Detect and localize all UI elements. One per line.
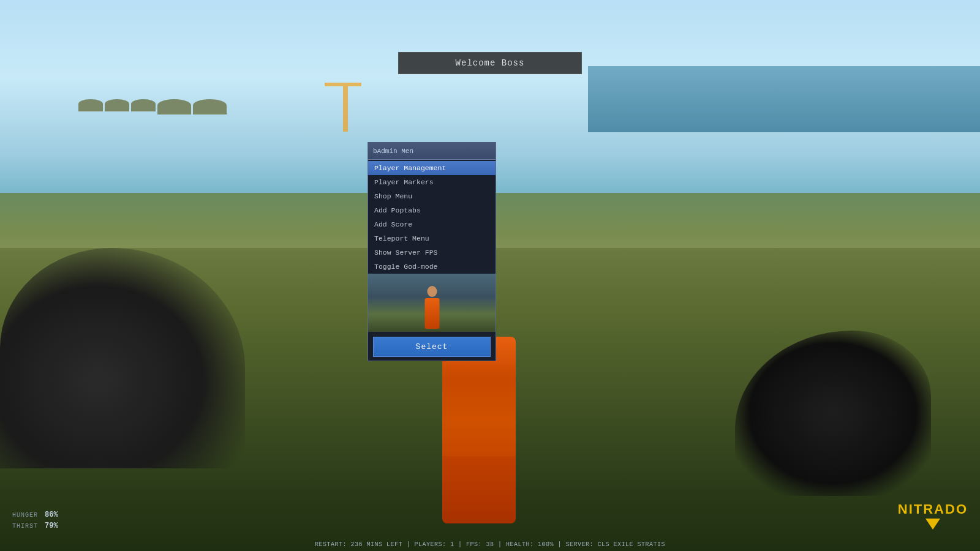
dialog-body: Player ManagementPlayer MarkersShop Menu… (368, 160, 496, 333)
menu-item-add-score[interactable]: Add Score (368, 217, 496, 231)
menu-item-show-server-fps[interactable]: Show Server FPS (368, 246, 496, 260)
dialog-titlebar: bAdmin Men (368, 142, 496, 160)
status-text: RESTART: 236 MINS LEFT | PLAYERS: 1 | FP… (315, 541, 665, 548)
menu-item-toggle-god-mode[interactable]: Toggle God-mode (368, 260, 496, 274)
hangars (78, 99, 227, 114)
welcome-banner: Welcome Boss (398, 52, 582, 74)
nitrado-text: NITRADO (898, 501, 968, 517)
menu-item-add-poptabs[interactable]: Add Poptabs (368, 203, 496, 217)
dialog-preview (368, 274, 496, 332)
thirst-label: THIRST (12, 523, 40, 530)
crane (343, 83, 348, 132)
welcome-text: Welcome Boss (456, 58, 525, 68)
menu-item-player-markers[interactable]: Player Markers (368, 175, 496, 189)
menu-item-teleport-menu[interactable]: Teleport Menu (368, 231, 496, 246)
status-bar: RESTART: 236 MINS LEFT | PLAYERS: 1 | FP… (315, 541, 665, 548)
hunger-value: 86% (45, 511, 58, 519)
menu-item-player-management[interactable]: Player Management (368, 161, 496, 175)
thirst-row: THIRST 79% (12, 522, 58, 530)
preview-character (421, 286, 443, 329)
nitrado-logo: NITRADO (898, 501, 968, 530)
dialog-title: bAdmin Men (373, 148, 413, 155)
hud-stats: HUNGER 86% THIRST 79% (12, 511, 58, 533)
admin-dialog: bAdmin Men Player ManagementPlayer Marke… (368, 142, 496, 361)
hunger-label: HUNGER (12, 512, 40, 519)
nitrado-diamond-icon (925, 519, 940, 530)
thirst-value: 79% (45, 522, 58, 530)
dialog-footer: Select (368, 333, 496, 361)
sea (588, 66, 980, 132)
select-button[interactable]: Select (373, 337, 491, 357)
hunger-row: HUNGER 86% (12, 511, 58, 519)
menu-item-shop-menu[interactable]: Shop Menu (368, 189, 496, 203)
